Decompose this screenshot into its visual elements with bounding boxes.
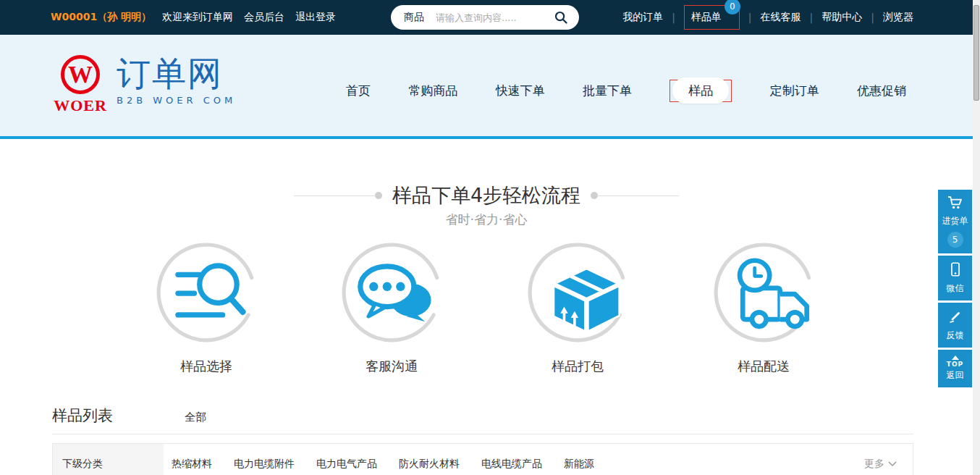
- my-orders-link[interactable]: 我的订单: [622, 11, 663, 24]
- package-box-icon: [527, 242, 628, 343]
- purchase-cart-button[interactable]: 进货单 5: [938, 190, 972, 253]
- category-item[interactable]: 防火耐火材料: [399, 458, 460, 471]
- side-widget: 进货单 5 微信 反馈 TOP 返回: [938, 190, 972, 387]
- step-packing[interactable]: 样品打包: [527, 242, 628, 375]
- wechat-label: 微信: [938, 282, 972, 295]
- category-item[interactable]: 电线电缆产品: [481, 458, 542, 471]
- delivery-truck-icon: [713, 242, 814, 343]
- back-to-top-button[interactable]: TOP 返回: [938, 350, 972, 387]
- search-list-icon: [156, 242, 257, 343]
- step-label: 客服沟通: [341, 358, 442, 375]
- tab-all[interactable]: 全部: [185, 411, 206, 424]
- step-label: 样品选择: [156, 358, 257, 375]
- topbar-left: W00001（孙 明明） 欢迎来到订单网 会员后台 退出登录: [51, 0, 336, 35]
- browser-link[interactable]: 浏览器: [883, 11, 913, 24]
- category-list: 热缩材料 电力电缆附件 电力电气产品 防火耐火材料 电线电缆产品 新能源: [172, 458, 594, 471]
- top-text: TOP: [938, 361, 972, 368]
- user-id: W00001（孙 明明）: [51, 11, 151, 24]
- nav-item-sample-active[interactable]: 样品: [672, 77, 729, 104]
- site-subtitle: B2B WOER COM: [117, 95, 236, 106]
- separator: |: [672, 12, 675, 23]
- search-icon[interactable]: [553, 9, 569, 25]
- phone-icon: [947, 261, 963, 278]
- search-category-label[interactable]: 商品: [404, 11, 424, 24]
- step-delivery[interactable]: 样品配送: [713, 242, 814, 375]
- sample-list-title: 样品列表: [52, 405, 113, 426]
- process-subtitle: 省时·省力·省心: [0, 211, 973, 228]
- sample-cart-link[interactable]: 样品单: [691, 11, 722, 22]
- nav-item-home[interactable]: 首页: [346, 83, 371, 99]
- cart-icon: [947, 195, 964, 211]
- nav-item-promotions[interactable]: 优惠促销: [857, 83, 906, 99]
- top-arrow-icon: [952, 356, 959, 360]
- step-customer-service[interactable]: 客服沟通: [341, 242, 442, 375]
- annotation-box-sample-cart: 样品单 0: [684, 5, 740, 30]
- annotation-box-sample-nav: 样品: [669, 80, 732, 102]
- process-title-row: 样品下单4步轻松流程: [0, 182, 973, 209]
- purchase-cart-badge: 5: [947, 232, 963, 248]
- help-center-link[interactable]: 帮助中心: [821, 11, 862, 24]
- separator: |: [810, 12, 814, 23]
- category-item[interactable]: 热缩材料: [172, 458, 212, 471]
- search-input[interactable]: [436, 12, 553, 23]
- more-button[interactable]: 更多: [864, 458, 897, 471]
- site-header: W WOER 订单网 B2B WOER COM 首页 常购商品 快速下单 批量下…: [0, 35, 980, 139]
- process-title: 样品下单4步轻松流程: [392, 182, 580, 209]
- logo-text: 订单网 B2B WOER COM: [117, 55, 236, 106]
- category-item[interactable]: 电力电气产品: [316, 458, 377, 471]
- pencil-icon: [947, 308, 963, 325]
- main-nav: 首页 常购商品 快速下单 批量下单 样品 定制订单 优惠促销: [346, 80, 906, 102]
- more-label: 更多: [864, 458, 884, 471]
- topbar-right: 我的订单 | 样品单 0 | 在线客服 | 帮助中心 | 浏览器: [622, 0, 913, 35]
- nav-item-custom-order[interactable]: 定制订单: [770, 83, 819, 99]
- title-deco-right: [591, 192, 679, 199]
- search-box[interactable]: 商品: [391, 5, 579, 30]
- nav-item-quick-order[interactable]: 快速下单: [496, 83, 545, 99]
- logo-mark: W WOER: [54, 55, 106, 115]
- step-label: 样品打包: [527, 358, 628, 375]
- nav-item-bulk-order[interactable]: 批量下单: [583, 83, 632, 99]
- category-item[interactable]: 新能源: [564, 458, 594, 471]
- step-label: 样品配送: [713, 358, 814, 375]
- purchase-cart-label: 进货单: [938, 215, 972, 227]
- site-name: 订单网: [117, 55, 236, 93]
- category-filter-label: 下级分类: [53, 444, 164, 475]
- logout-link[interactable]: 退出登录: [295, 11, 336, 24]
- logo-brand-text: WOER: [54, 96, 107, 115]
- topbar: W00001（孙 明明） 欢迎来到订单网 会员后台 退出登录 商品 我的订单 |…: [0, 0, 980, 35]
- category-item[interactable]: 电力电缆附件: [234, 458, 295, 471]
- step-sample-select[interactable]: 样品选择: [156, 242, 257, 375]
- separator: |: [748, 12, 752, 23]
- logo[interactable]: W WOER 订单网 B2B WOER COM: [54, 55, 236, 115]
- sample-list-header: 样品列表 全部: [52, 405, 206, 426]
- scrollbar-track[interactable]: [973, 0, 980, 475]
- chat-bubbles-icon: [341, 242, 442, 343]
- online-service-link[interactable]: 在线客服: [761, 11, 801, 24]
- feedback-label: 反馈: [938, 329, 972, 342]
- back-label: 返回: [938, 369, 972, 382]
- sample-cart-badge: 0: [725, 0, 740, 14]
- welcome-text: 欢迎来到订单网: [162, 11, 233, 24]
- divider: [52, 434, 913, 434]
- nav-item-frequent[interactable]: 常购商品: [408, 83, 457, 99]
- separator: |: [871, 12, 874, 23]
- scrollbar-thumb[interactable]: [973, 5, 979, 101]
- member-center-link[interactable]: 会员后台: [244, 11, 284, 24]
- category-filter-row: 下级分类 热缩材料 电力电缆附件 电力电气产品 防火耐火材料 电线电缆产品 新能…: [52, 443, 913, 475]
- title-deco-left: [294, 192, 382, 199]
- feedback-button[interactable]: 反馈: [938, 303, 972, 348]
- wechat-button[interactable]: 微信: [938, 256, 972, 300]
- logo-w-icon: W: [61, 55, 100, 94]
- chevron-down-icon: [888, 461, 897, 467]
